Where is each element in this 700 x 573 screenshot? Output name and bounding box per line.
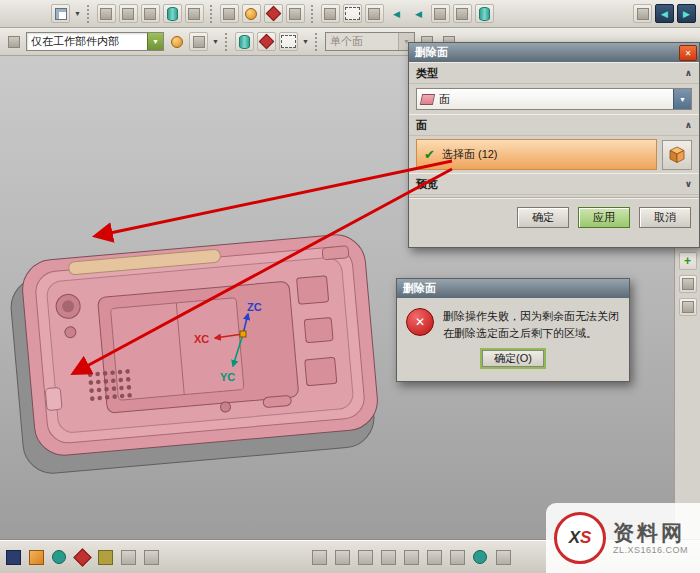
watermark-site-url: ZL.XS1616.COM xyxy=(613,545,688,555)
toolbar-icon[interactable] xyxy=(431,4,450,23)
status-icon[interactable] xyxy=(49,547,69,567)
axis-x-label: XC xyxy=(194,333,209,345)
undo-icon[interactable]: ◀ xyxy=(409,4,428,23)
view-grid-icon[interactable] xyxy=(51,4,70,23)
toolbar-icon[interactable] xyxy=(119,4,138,23)
delete-face-dialog: 删除面 ✕ 类型 ∧ 面 ▼ 面 ∧ ✔ 选择面 (12) xyxy=(408,42,700,248)
error-message: 删除操作失败，因为剩余面无法关闭在删除选定面之后剩下的区域。 xyxy=(443,308,620,341)
chevron-down-icon[interactable]: ▼ xyxy=(302,38,309,45)
select-face-row: ✔ 选择面 (12) xyxy=(409,136,699,173)
separator xyxy=(409,197,699,199)
status-icon[interactable] xyxy=(141,547,161,567)
toolbar-grip[interactable] xyxy=(315,33,319,51)
status-icon[interactable] xyxy=(26,547,46,567)
dialog-titlebar[interactable]: 删除面 ✕ xyxy=(409,43,699,62)
check-icon: ✔ xyxy=(424,147,435,162)
status-icon[interactable] xyxy=(355,547,375,567)
toolbar-icon[interactable] xyxy=(242,4,261,23)
forward-arrow-icon[interactable]: ▶ xyxy=(677,4,696,23)
status-icon[interactable] xyxy=(309,547,329,567)
status-icon[interactable] xyxy=(493,547,513,567)
marquee-select-icon[interactable] xyxy=(279,32,298,51)
type-section-header[interactable]: 类型 ∧ xyxy=(409,62,699,84)
apply-button[interactable]: 应用 xyxy=(578,207,630,228)
error-ok-button[interactable]: 确定(O) xyxy=(480,348,546,369)
select-face-label: 选择面 (12) xyxy=(442,147,498,162)
toolbar-icon[interactable] xyxy=(97,4,116,23)
toolbar-icon[interactable] xyxy=(475,4,494,23)
chevron-up-icon: ∧ xyxy=(685,120,692,130)
toolbar-icon[interactable] xyxy=(321,4,340,23)
toolbar-icon[interactable] xyxy=(141,4,160,23)
undo-icon[interactable]: ◀ xyxy=(387,4,406,23)
select-face-field[interactable]: ✔ 选择面 (12) xyxy=(416,139,657,170)
ok-button[interactable]: 确定 xyxy=(517,207,569,228)
face-section-header[interactable]: 面 ∧ xyxy=(409,114,699,136)
toolbar-icon[interactable] xyxy=(343,4,362,23)
toolbar-icon[interactable] xyxy=(679,298,697,316)
add-icon[interactable]: + xyxy=(679,252,697,270)
error-body: ✕ 删除操作失败，因为剩余面无法关闭在删除选定面之后剩下的区域。 xyxy=(397,298,629,345)
toolbar-icon[interactable] xyxy=(286,4,305,23)
toolbar-icon[interactable] xyxy=(167,32,186,51)
status-icon[interactable] xyxy=(3,547,23,567)
preview-section-label: 预览 xyxy=(416,177,438,192)
error-buttons: 确定(O) xyxy=(397,345,629,375)
chevron-down-icon[interactable]: ▼ xyxy=(147,33,163,50)
status-icon[interactable] xyxy=(401,547,421,567)
application-window: ▼ ◀ ◀ ◀ ▶ 仅在工作部件内部 ▼ ▼ xyxy=(0,0,700,573)
axis-z-label: ZC xyxy=(247,301,262,313)
watermark: XS 资料网 ZL.XS1616.COM xyxy=(546,503,700,573)
toolbar-icon[interactable] xyxy=(453,4,472,23)
star-icon[interactable] xyxy=(264,4,283,23)
toolbar-grip[interactable] xyxy=(87,5,91,23)
watermark-logo: XS xyxy=(554,512,606,564)
type-select-value: 面 xyxy=(439,92,450,107)
chevron-down-icon[interactable]: ▼ xyxy=(673,89,691,109)
preview-section-header[interactable]: 预览 ∨ xyxy=(409,173,699,195)
chevron-down-icon[interactable]: ▼ xyxy=(74,10,81,17)
status-icon[interactable] xyxy=(95,547,115,567)
dialog-title: 删除面 xyxy=(415,45,448,60)
type-row: 面 ▼ xyxy=(409,84,699,114)
toolbar-icon[interactable] xyxy=(163,4,182,23)
toolbar-icon[interactable] xyxy=(679,275,697,293)
status-icon[interactable] xyxy=(332,547,352,567)
face-type-icon xyxy=(420,94,435,105)
back-arrow-icon[interactable]: ◀ xyxy=(655,4,674,23)
dialog-buttons: 确定 应用 取消 xyxy=(409,201,699,234)
face-rule-value: 单个面 xyxy=(326,34,398,49)
chevron-down-icon: ∨ xyxy=(685,179,692,189)
nav-cluster: ◀ ▶ xyxy=(633,4,696,23)
face-set-button[interactable] xyxy=(662,140,692,170)
snap-point-icon[interactable] xyxy=(189,32,208,51)
status-icon[interactable] xyxy=(447,547,467,567)
toolbar-icon[interactable] xyxy=(365,4,384,23)
error-icon: ✕ xyxy=(406,308,434,336)
type-select[interactable]: 面 ▼ xyxy=(416,88,692,110)
close-icon[interactable]: ✕ xyxy=(679,45,697,61)
face-section-label: 面 xyxy=(416,118,427,133)
chevron-down-icon[interactable]: ▼ xyxy=(212,38,219,45)
chevron-up-icon: ∧ xyxy=(685,68,692,78)
toolbar-grip[interactable] xyxy=(225,33,229,51)
toolbar-icon[interactable] xyxy=(257,32,276,51)
toolbar-icon[interactable] xyxy=(220,4,239,23)
status-icon[interactable] xyxy=(424,547,444,567)
scope-select[interactable]: 仅在工作部件内部 ▼ xyxy=(26,32,164,51)
toolbar-grip[interactable] xyxy=(311,5,315,23)
error-dialog-titlebar[interactable]: 删除面 xyxy=(397,279,629,298)
selection-filter-icon[interactable] xyxy=(4,32,23,51)
scope-select-value: 仅在工作部件内部 xyxy=(27,34,147,49)
status-icon[interactable] xyxy=(72,547,92,567)
toolbar-icon[interactable] xyxy=(185,4,204,23)
solid-body-icon[interactable] xyxy=(235,32,254,51)
status-icon[interactable] xyxy=(470,547,490,567)
status-icon[interactable] xyxy=(378,547,398,567)
toolbar-icon[interactable] xyxy=(633,4,652,23)
toolbar-grip[interactable] xyxy=(210,5,214,23)
cancel-button[interactable]: 取消 xyxy=(639,207,691,228)
status-icon[interactable] xyxy=(118,547,138,567)
error-dialog-title: 删除面 xyxy=(403,281,436,296)
face-rule-select: 单个面 ▼ xyxy=(325,32,415,51)
